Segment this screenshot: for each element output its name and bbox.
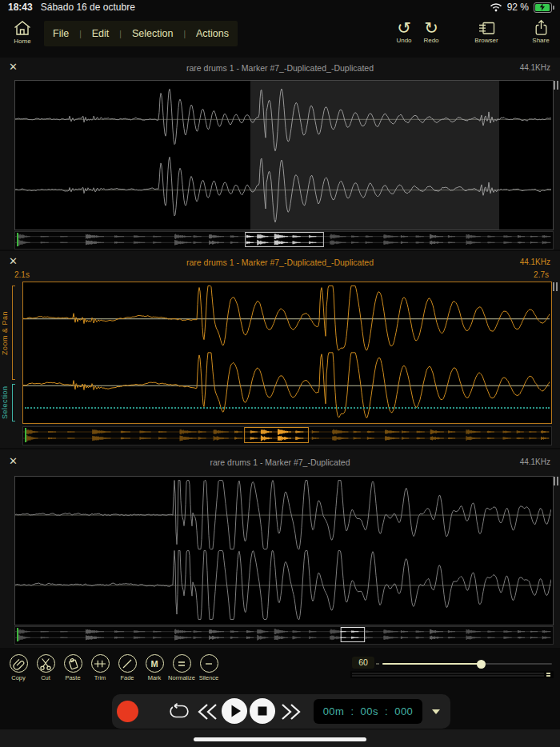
home-icon [12,19,33,37]
silence-button[interactable]: Silence [195,654,222,681]
stop-icon [250,698,275,724]
redo-button[interactable]: ↻ Redo [414,20,449,44]
time-format-dropdown[interactable] [432,709,440,714]
menu-separator: | [79,30,82,38]
fade-icon [120,657,134,671]
selection-threshold-line [25,407,550,409]
overview-strip-1[interactable] [14,231,554,250]
forward-icon[interactable] [280,703,302,721]
battery-icon [534,2,552,13]
zoom-slider-thumb[interactable] [477,660,486,669]
silence-label: Silence [199,674,219,681]
time-separator: : [385,705,388,717]
overview-canvas-1[interactable] [15,232,551,247]
loop-icon[interactable] [166,703,192,721]
status-bar: 18:43 Sábado 16 de octubre 92 % [0,0,560,14]
time-minutes: 00m [323,705,345,717]
paste-label: Paste [65,674,80,681]
transport-bar: 00m : 00s : 000 [112,694,450,729]
trim-icon [93,657,107,671]
paste-button[interactable]: Paste [59,654,86,681]
fade-label: Fade [120,674,134,681]
status-time: 18:43 [8,2,33,13]
overview-strip-3[interactable] [14,626,554,645]
time-display: 00m : 00s : 000 [314,699,422,724]
overview-strip-2[interactable] [22,426,552,445]
play-button[interactable] [222,698,247,724]
scroll-indicator-2 [553,282,559,291]
share-button[interactable]: Share [523,19,558,44]
home-label: Home [14,38,30,45]
menu-edit[interactable]: Edit [92,28,110,39]
waveform-canvas-1[interactable] [15,81,551,228]
waveform-view-1[interactable] [14,80,554,230]
browser-icon [478,21,496,36]
scissors-icon [38,657,53,671]
menu-bar: File | Edit | Selection | Actions [44,21,238,46]
copy-button[interactable]: Copy [5,654,32,681]
menu-actions[interactable]: Actions [196,28,229,39]
zoom-slider[interactable] [382,663,552,665]
fade-button[interactable]: Fade [114,654,141,681]
slider-tick [376,663,379,665]
trim-label: Trim [94,674,106,681]
redo-label: Redo [423,37,438,44]
menu-separator: | [119,30,122,38]
view-end-time: 2.7s [534,270,549,279]
share-label: Share [532,37,549,44]
overview-canvas-2[interactable] [23,427,550,443]
scroll-indicator-1 [554,81,560,90]
normalize-label: Normalize [168,674,195,681]
menu-separator: | [183,30,186,38]
status-date: Sábado 16 de octubre [41,2,135,13]
overview-canvas-3[interactable] [15,627,551,642]
mark-icon: M [150,659,158,669]
selection-zone-label: Selection [1,382,9,422]
normalize-icon [174,657,189,671]
cut-label: Cut [41,674,50,681]
waveform-view-2[interactable] [22,282,552,424]
paperclip-icon [11,656,26,671]
menu-selection[interactable]: Selection [132,28,173,39]
undo-label: Undo [396,37,411,44]
waveform-view-3[interactable] [14,476,554,625]
waveform-canvas-3[interactable] [15,477,551,623]
battery-percent: 92 % [507,2,529,13]
mark-label: Mark [148,674,162,681]
mark-button[interactable]: M Mark [141,654,168,681]
selection-bracket [12,384,15,421]
browser-label: Browser [474,37,498,44]
rewind-icon[interactable] [197,703,218,721]
menu-file[interactable]: File [53,28,69,39]
view-start-time: 2.1s [14,270,30,279]
panel-1-sample-rate: 44.1KHz [520,63,550,72]
charging-bolt-icon [539,3,546,11]
zoom-pan-zone-label: Zoom & Pan [1,286,9,380]
panel-3-title: rare drums 1 - Marker #7_-Duplicated [0,457,560,467]
time-seconds: 00s [361,705,378,717]
trim-button[interactable]: Trim [86,654,114,681]
browser-button[interactable]: Browser [469,21,504,44]
normalize-button[interactable]: Normalize [168,654,195,681]
undo-icon: ↺ [397,20,411,36]
panel-1-title: rare drums 1 - Marker #7_-Duplicated_-Du… [0,63,560,73]
panel-2-title: rare drums 1 - Marker #7_-Duplicated_-Du… [0,258,560,267]
record-button[interactable] [117,701,138,722]
time-separator: : [350,705,354,717]
panel-2-sample-rate: 44.1KHz [520,258,550,266]
drag-handle-bar[interactable] [350,671,554,678]
home-indicator[interactable] [194,737,366,741]
share-icon [534,19,549,36]
waveform-canvas-2[interactable] [23,282,550,421]
zoom-pan-bracket [12,286,15,380]
panel-3-sample-rate: 44.1KHz [520,457,550,466]
zoom-slider-value: 60 [352,657,374,669]
stop-button[interactable] [250,698,275,724]
play-icon [222,698,247,724]
edit-toolbar: Copy Cut Paste Trim Fade M Mark Normaliz… [5,654,222,681]
zoom-slider-fill [382,663,482,665]
cut-button[interactable]: Cut [32,654,59,681]
silence-icon [202,657,216,671]
wifi-icon [490,2,502,12]
home-button[interactable]: Home [5,19,40,45]
